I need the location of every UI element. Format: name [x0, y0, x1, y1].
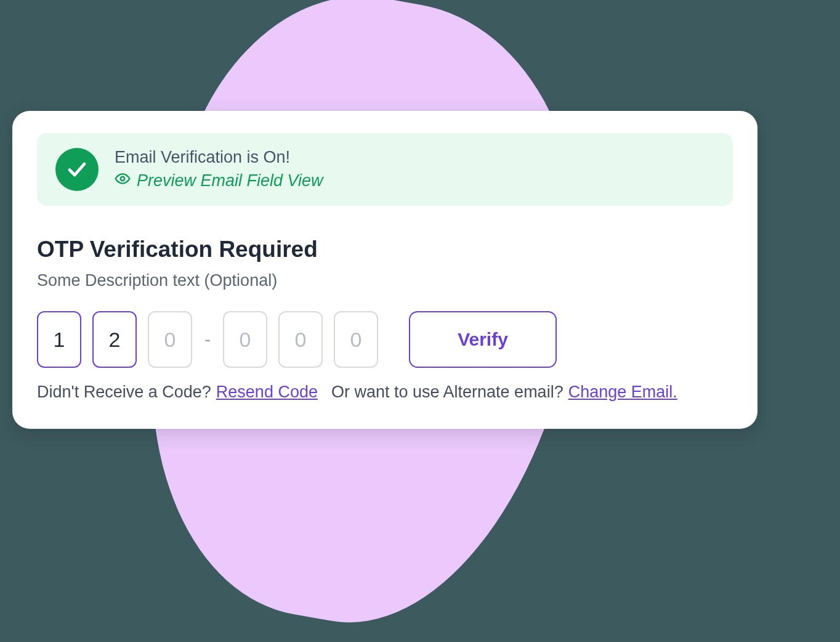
- svg-point-0: [121, 177, 125, 181]
- otp-digit-6[interactable]: [334, 311, 378, 368]
- banner-title: Email Verification is On!: [115, 148, 323, 167]
- status-banner: Email Verification is On! Preview Email …: [37, 133, 733, 206]
- otp-digit-3[interactable]: [148, 311, 192, 368]
- didnt-receive-text: Didn't Receive a Code?: [37, 383, 211, 402]
- otp-digit-5[interactable]: [278, 311, 323, 368]
- otp-digit-4[interactable]: [223, 311, 267, 368]
- helper-row: Didn't Receive a Code? Resend Code Or wa…: [37, 383, 733, 402]
- alternate-text: Or want to use Alternate email?: [331, 383, 563, 402]
- eye-icon: [115, 171, 131, 191]
- check-circle-icon: [55, 148, 99, 191]
- otp-card: Email Verification is On! Preview Email …: [12, 111, 757, 429]
- preview-link[interactable]: Preview Email Field View: [115, 171, 323, 191]
- verify-button[interactable]: Verify: [409, 311, 557, 368]
- resend-code-link[interactable]: Resend Code: [216, 383, 318, 402]
- change-email-link[interactable]: Change Email.: [568, 383, 677, 402]
- otp-digit-2[interactable]: [92, 311, 137, 368]
- otp-input-row: - Verify: [37, 311, 733, 368]
- section-description: Some Description text (Optional): [37, 271, 733, 290]
- otp-digit-1[interactable]: [37, 311, 81, 368]
- banner-text: Email Verification is On! Preview Email …: [115, 148, 323, 191]
- preview-link-label: Preview Email Field View: [137, 171, 323, 190]
- otp-separator: -: [203, 329, 212, 350]
- section-title: OTP Verification Required: [37, 237, 733, 262]
- otp-section: OTP Verification Required Some Descripti…: [37, 237, 733, 402]
